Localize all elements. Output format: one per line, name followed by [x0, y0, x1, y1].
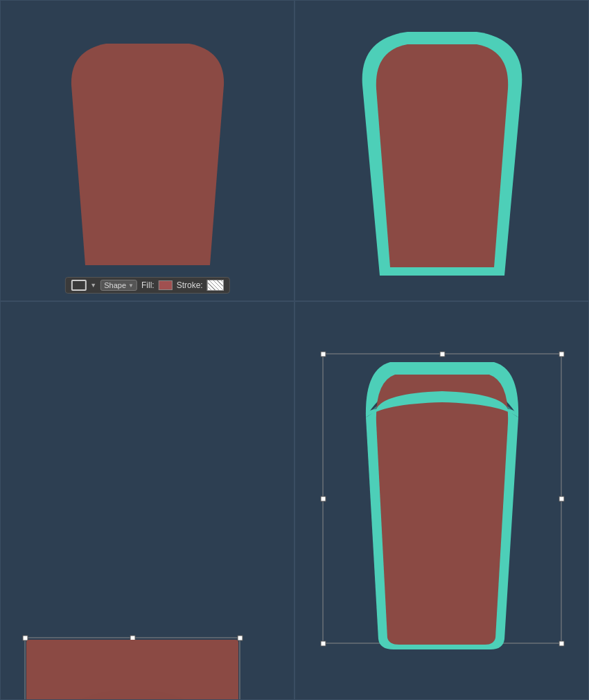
panel-bottom-right — [294, 301, 589, 700]
svg-rect-12 — [559, 352, 564, 357]
svg-rect-1 — [23, 636, 28, 640]
rect-tool-icon — [71, 280, 86, 291]
svg-rect-14 — [559, 641, 564, 646]
svg-rect-5 — [130, 636, 135, 640]
panel-top-right — [294, 0, 589, 301]
svg-rect-17 — [321, 496, 326, 501]
svg-rect-18 — [559, 496, 564, 501]
shape-tr-svg — [338, 19, 546, 282]
main-grid: ▼ Shape ▼ Fill: Stroke: — [0, 0, 589, 700]
stroke-label: Stroke: — [177, 280, 203, 290]
svg-rect-11 — [321, 352, 326, 357]
toolbar-chevron-1: ▼ — [90, 282, 96, 289]
panel-top-left: ▼ Shape ▼ Fill: Stroke: — [0, 0, 294, 301]
toolbar: ▼ Shape ▼ Fill: Stroke: — [64, 277, 229, 294]
fill-label: Fill: — [141, 280, 155, 290]
svg-rect-13 — [321, 641, 326, 646]
fill-swatch[interactable] — [159, 280, 173, 290]
shape-bl-svg — [1, 607, 264, 700]
dropdown-chevron: ▼ — [128, 282, 134, 289]
panel-bottom-left: Rasterize Layers Rasterize Layer Style R… — [0, 301, 294, 700]
stroke-swatch[interactable] — [207, 280, 224, 291]
svg-rect-2 — [238, 636, 243, 640]
shape-br-svg — [317, 327, 567, 674]
svg-rect-15 — [440, 352, 445, 357]
shape-label: Shape — [104, 281, 126, 289]
shape-tl-svg — [51, 30, 245, 272]
shape-dropdown[interactable]: Shape ▼ — [100, 280, 137, 291]
